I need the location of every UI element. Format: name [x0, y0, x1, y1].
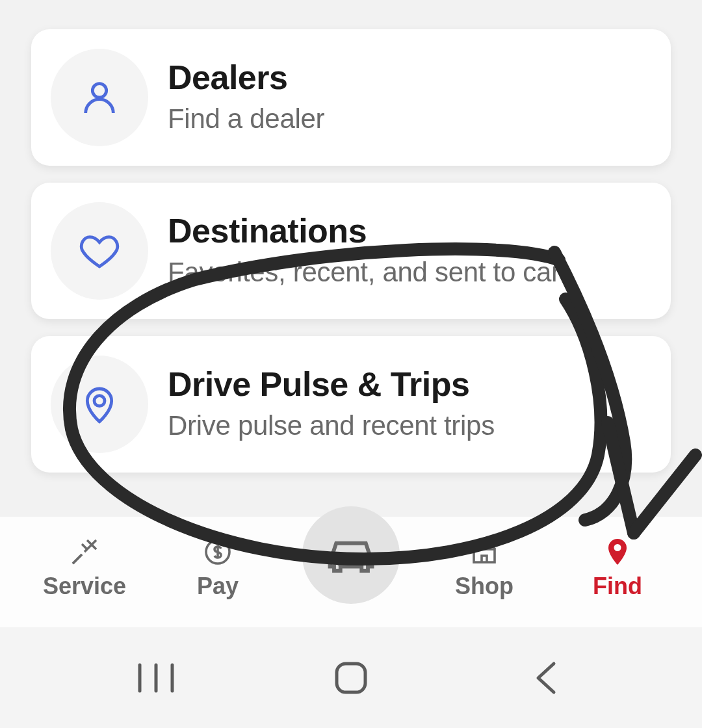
card-dealers[interactable]: Dealers Find a dealer — [31, 29, 671, 166]
svg-point-0 — [92, 84, 106, 98]
card-title: Drive Pulse & Trips — [168, 366, 656, 403]
system-home-button[interactable] — [312, 660, 390, 696]
tools-icon — [69, 536, 100, 567]
system-back-button[interactable] — [507, 660, 585, 696]
shop-icon — [469, 536, 500, 567]
system-recents-button[interactable] — [117, 662, 195, 694]
tab-label: Find — [593, 573, 642, 600]
options-list: Dealers Find a dealer Destinations Favor… — [0, 0, 702, 473]
dollar-icon — [202, 536, 233, 567]
tab-bar: Service Pay Shop Find — [0, 517, 702, 627]
tab-label: Pay — [197, 573, 239, 600]
heart-icon — [51, 202, 148, 300]
svg-point-1 — [94, 396, 105, 406]
card-subtitle: Find a dealer — [168, 103, 656, 135]
tab-shop[interactable]: Shop — [426, 536, 543, 600]
card-title: Destinations — [168, 213, 656, 250]
system-nav-bar — [0, 627, 702, 728]
card-title: Dealers — [168, 59, 656, 96]
card-drive-pulse[interactable]: Drive Pulse & Trips Drive pulse and rece… — [31, 336, 671, 473]
tab-service[interactable]: Service — [26, 536, 143, 600]
tab-label: Shop — [455, 573, 514, 600]
svg-point-4 — [359, 560, 364, 565]
svg-rect-8 — [337, 664, 365, 692]
card-subtitle: Favorites, recent, and sent to car — [168, 256, 656, 289]
card-destinations[interactable]: Destinations Favorites, recent, and sent… — [31, 183, 671, 319]
car-icon — [326, 528, 376, 582]
tab-pay[interactable]: Pay — [159, 536, 276, 600]
tab-find[interactable]: Find — [559, 536, 676, 600]
map-pin-filled-icon — [602, 536, 633, 567]
tab-label: Service — [43, 573, 126, 600]
user-icon — [51, 49, 148, 146]
svg-point-3 — [339, 560, 343, 565]
tab-vehicle[interactable] — [302, 506, 400, 604]
map-pin-icon — [51, 356, 148, 453]
card-subtitle: Drive pulse and recent trips — [168, 410, 656, 442]
